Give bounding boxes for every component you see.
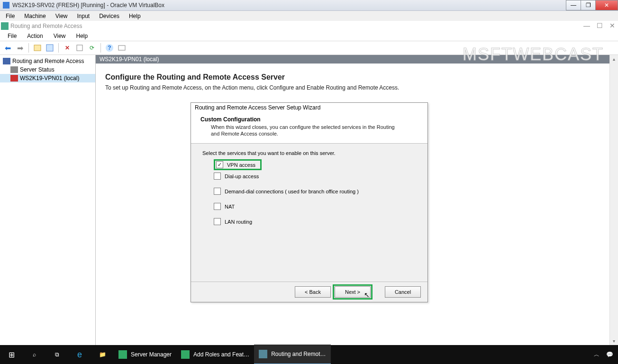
task-view-button[interactable]: ⧉ xyxy=(45,345,68,364)
cancel-button[interactable]: Cancel xyxy=(385,286,421,298)
demand-dial-row: Demand-dial connections ( used for branc… xyxy=(214,187,416,196)
rras-root-icon xyxy=(3,58,10,64)
nat-checkbox[interactable] xyxy=(214,203,221,210)
svg-rect-2 xyxy=(77,45,82,51)
search-icon: ⌕ xyxy=(33,351,36,358)
demand-dial-label: Demand-dial connections ( used for branc… xyxy=(225,189,359,194)
refresh-button[interactable] xyxy=(74,42,85,54)
vb-minimize-button[interactable]: — xyxy=(566,0,581,10)
vb-menu-help[interactable]: Help xyxy=(125,12,145,20)
tree-status-label: Server Status xyxy=(20,66,55,73)
toolbar-separator xyxy=(100,43,101,53)
properties-button[interactable] xyxy=(44,42,55,54)
dialup-access-row: Dial-up access xyxy=(214,172,416,181)
nat-row: NAT xyxy=(214,202,416,211)
vb-menu-file[interactable]: File xyxy=(2,12,18,20)
mmc-close-button[interactable]: ✕ xyxy=(609,22,615,29)
rras-task-icon xyxy=(259,350,267,358)
mmc-minimize-button[interactable]: — xyxy=(583,22,590,29)
content-title: Configure the Routing and Remote Access … xyxy=(105,73,285,82)
search-button[interactable]: ⌕ xyxy=(23,345,45,364)
vpn-access-row: VPN access xyxy=(214,161,416,169)
tray-notifications-icon[interactable]: 💬 xyxy=(606,351,613,358)
lan-routing-checkbox[interactable] xyxy=(214,218,221,225)
extra-toolbar-button[interactable] xyxy=(116,42,127,54)
system-tray: ︿ 💬 xyxy=(594,351,618,359)
wizard-header-subtitle: When this wizard closes, you can configu… xyxy=(211,124,400,137)
server-manager-icon xyxy=(118,350,127,359)
virtualbox-icon xyxy=(3,2,9,9)
wizard-header-title: Custom Configuration xyxy=(200,116,420,123)
task-server-manager[interactable]: Server Manager xyxy=(114,345,176,364)
ie-button[interactable]: e xyxy=(68,345,91,364)
vb-maximize-button[interactable]: ❐ xyxy=(581,0,596,10)
vb-close-button[interactable]: ✕ xyxy=(595,0,618,10)
wizard-titlebar: Routing and Remote Access Server Setup W… xyxy=(191,103,427,112)
mmc-title: Routing and Remote Access xyxy=(10,23,82,29)
start-icon: ⊞ xyxy=(9,350,15,359)
virtualbox-title: WS2K19-SRV02 (FRESH) [Running] - Oracle … xyxy=(12,2,164,9)
task-add-roles[interactable]: Add Roles and Feat… xyxy=(176,345,254,364)
lan-routing-row: LAN routing xyxy=(214,218,416,226)
next-button[interactable]: Next > xyxy=(335,286,371,298)
scroll-up-button[interactable]: ▴ xyxy=(610,55,618,63)
vb-menu-devices[interactable]: Devices xyxy=(95,12,123,20)
task-view-icon: ⧉ xyxy=(55,351,59,358)
mmc-maximize-button[interactable]: ☐ xyxy=(597,22,603,29)
scroll-down-button[interactable]: ▾ xyxy=(610,337,618,345)
vpn-access-checkbox[interactable] xyxy=(216,161,223,168)
tree-server-status[interactable]: Server Status xyxy=(0,65,95,74)
ie-icon: e xyxy=(77,350,82,360)
task-add-roles-label: Add Roles and Feat… xyxy=(193,351,249,358)
show-hide-tree-button[interactable] xyxy=(32,42,43,54)
tree-server-node[interactable]: WS2K19-VPN01 (local) xyxy=(0,74,95,82)
delete-button[interactable]: ✕ xyxy=(62,42,73,54)
task-rras-label: Routing and Remot… xyxy=(271,351,326,357)
virtualbox-menubar: File Machine View Input Devices Help xyxy=(0,11,618,22)
vb-menu-input[interactable]: Input xyxy=(73,12,94,20)
demand-dial-checkbox[interactable] xyxy=(214,188,221,195)
tree-server-label: WS2K19-VPN01 (local) xyxy=(20,75,79,82)
help-button[interactable]: ? xyxy=(104,42,115,54)
tray-chevron-up-icon[interactable]: ︿ xyxy=(594,351,600,359)
mmc-menu-help[interactable]: Help xyxy=(72,32,93,40)
vb-menu-machine[interactable]: Machine xyxy=(20,12,49,20)
task-rras[interactable]: Routing and Remot… xyxy=(254,345,330,364)
nav-back-button[interactable]: ⬅ xyxy=(2,42,13,54)
nat-label: NAT xyxy=(225,204,235,209)
back-button[interactable]: < Back xyxy=(295,286,331,298)
content-scrollbar[interactable]: ▴ ▾ xyxy=(609,55,618,345)
task-server-manager-label: Server Manager xyxy=(131,351,172,358)
vpn-access-highlight: VPN access xyxy=(214,159,262,170)
mmc-menu-file[interactable]: File xyxy=(3,32,21,40)
nav-forward-button[interactable]: ➡ xyxy=(14,42,26,54)
start-button[interactable]: ⊞ xyxy=(0,345,23,364)
svg-rect-1 xyxy=(46,45,53,51)
guest-desktop: Routing and Remote Access — ☐ ✕ File Act… xyxy=(0,21,618,364)
mmc-menubar: File Action View Help xyxy=(0,31,618,41)
dialup-access-label: Dial-up access xyxy=(225,173,259,179)
file-explorer-button[interactable]: 📁 xyxy=(91,345,114,364)
mmc-titlebar: Routing and Remote Access — ☐ ✕ xyxy=(0,21,618,31)
lan-routing-label: LAN routing xyxy=(225,219,252,225)
add-roles-icon xyxy=(181,350,190,359)
refresh-green-button[interactable]: ⟳ xyxy=(86,42,98,54)
toolbar-separator xyxy=(58,43,59,53)
tree-root[interactable]: Routing and Remote Access xyxy=(0,57,95,65)
mmc-menu-action[interactable]: Action xyxy=(22,32,47,40)
content-subtitle: To set up Routing and Remote Access, on … xyxy=(105,84,399,91)
folder-icon: 📁 xyxy=(99,351,106,358)
wizard-body: Select the services that you want to ena… xyxy=(191,144,427,226)
mmc-menu-view[interactable]: View xyxy=(49,32,71,40)
vb-menu-view[interactable]: View xyxy=(52,12,72,20)
dialup-access-checkbox[interactable] xyxy=(214,173,221,180)
svg-rect-3 xyxy=(118,46,125,50)
wizard-header: Custom Configuration When this wizard cl… xyxy=(191,112,427,144)
watermark-text: MSFTWEBCAST xyxy=(463,45,604,64)
rras-app-icon xyxy=(1,22,9,30)
vpn-access-label: VPN access xyxy=(227,162,255,168)
tree-root-label: Routing and Remote Access xyxy=(12,58,84,64)
taskbar: ⊞ ⌕ ⧉ e 📁 Server Manager Add Roles and F… xyxy=(0,345,618,364)
tree-pane: Routing and Remote Access Server Status … xyxy=(0,55,96,345)
virtualbox-titlebar: WS2K19-SRV02 (FRESH) [Running] - Oracle … xyxy=(0,0,618,11)
